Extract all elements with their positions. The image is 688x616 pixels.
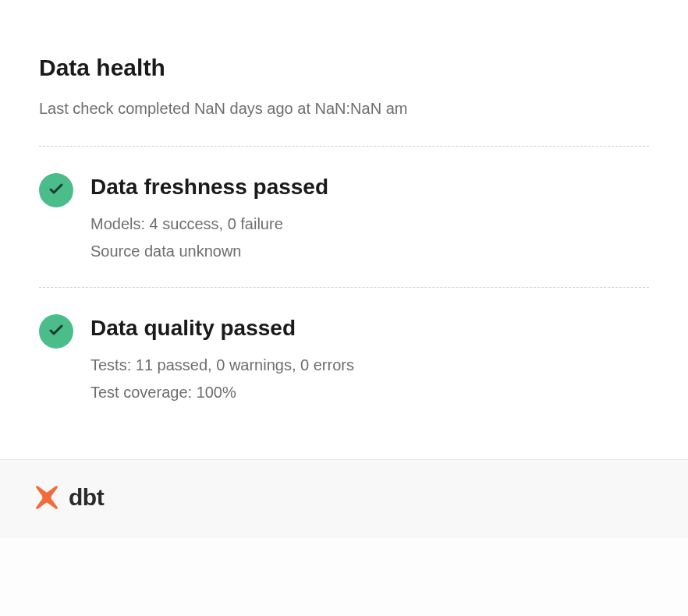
- section-data-freshness: Data freshness passed Models: 4 success,…: [39, 147, 649, 287]
- check-icon: [47, 179, 66, 201]
- dbt-logo-icon: [33, 483, 61, 512]
- main-panel: Data health Last check completed NaN day…: [0, 0, 688, 459]
- quality-detail-coverage: Test coverage: 100%: [90, 384, 354, 402]
- check-icon: [47, 320, 66, 342]
- brand-name: dbt: [69, 484, 104, 511]
- quality-detail-tests: Tests: 11 passed, 0 warnings, 0 errors: [90, 356, 354, 374]
- svg-point-0: [45, 496, 49, 500]
- freshness-detail-models: Models: 4 success, 0 failure: [90, 215, 328, 233]
- footer: dbt: [0, 459, 688, 538]
- status-badge-quality: [39, 314, 73, 349]
- freshness-content: Data freshness passed Models: 4 success,…: [90, 173, 328, 260]
- page-title: Data health: [39, 55, 649, 81]
- status-badge-freshness: [39, 173, 73, 207]
- section-data-quality: Data quality passed Tests: 11 passed, 0 …: [39, 288, 649, 428]
- last-check-text: Last check completed NaN days ago at NaN…: [39, 100, 649, 118]
- brand-logo: dbt: [33, 483, 104, 512]
- freshness-title: Data freshness passed: [90, 175, 328, 200]
- quality-content: Data quality passed Tests: 11 passed, 0 …: [90, 314, 354, 402]
- quality-title: Data quality passed: [90, 316, 354, 341]
- freshness-detail-source: Source data unknown: [90, 243, 328, 260]
